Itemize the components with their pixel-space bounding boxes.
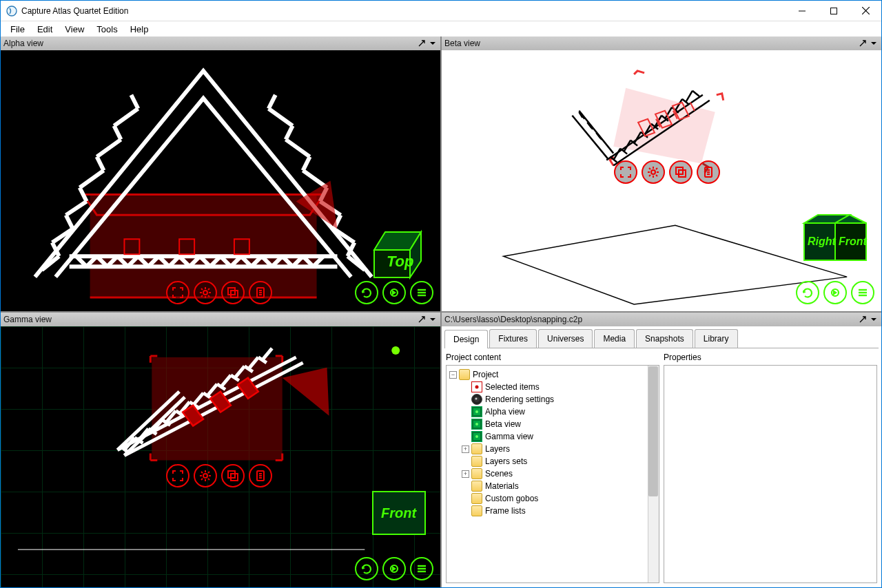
clipboard-button[interactable]	[249, 464, 272, 487]
tree-expander[interactable]: +	[462, 445, 469, 453]
tree-node-alpha-view[interactable]: Alpha view	[448, 406, 657, 418]
svg-point-52	[475, 398, 478, 400]
tree-label: Layers sets	[485, 456, 527, 466]
menu-view[interactable]: View	[59, 23, 90, 36]
window-controls	[786, 1, 881, 21]
settings-button[interactable]	[642, 160, 665, 184]
pane-beta: Beta view	[442, 36, 881, 311]
pane-maximize-icon[interactable]	[858, 39, 868, 48]
beta-green-tools	[796, 281, 874, 304]
pane-maximize-icon[interactable]	[417, 315, 427, 324]
project-content-column: Project content −ProjectSelected itemsRe…	[446, 353, 659, 583]
pane-collapse-icon[interactable]	[428, 39, 438, 48]
tree-node-frame-lists[interactable]: Frame lists	[448, 505, 657, 517]
pane-title-beta: Beta view	[444, 39, 857, 48]
tree-node-project[interactable]: −Project	[448, 368, 657, 381]
tree-node-layers-sets[interactable]: Layers sets	[448, 455, 657, 468]
pane-title-project: C:\Users\lasso\Desktop\snapping.c2p	[444, 315, 857, 324]
menu-help[interactable]: Help	[125, 23, 154, 36]
tab-media[interactable]: Media	[594, 329, 635, 348]
focus-button[interactable]	[614, 160, 637, 184]
view-cube-gamma[interactable]: Front	[371, 490, 427, 536]
app-window: Capture Atlas Quartet Edition File Edit …	[0, 0, 882, 588]
layers-button[interactable]	[669, 160, 693, 184]
view-cube-alpha[interactable]: Top	[366, 222, 429, 283]
rotate-button[interactable]	[355, 281, 378, 304]
svg-point-56	[475, 423, 478, 426]
pane-header-project: C:\Users\lasso\Desktop\snapping.c2p	[442, 313, 881, 326]
tab-fixtures[interactable]: Fixtures	[489, 329, 537, 348]
tree-label: Beta view	[485, 419, 521, 429]
menu-tools[interactable]: Tools	[91, 23, 123, 36]
tree-node-scenes[interactable]: +Scenes	[448, 468, 657, 480]
pane-collapse-icon[interactable]	[869, 315, 879, 324]
tab-design[interactable]: Design	[444, 330, 488, 348]
maximize-button[interactable]	[818, 1, 850, 21]
svg-text:Front: Front	[839, 235, 868, 247]
tree-label: Project	[473, 370, 498, 379]
tree-node-rendering-settings[interactable]: Rendering settings	[448, 393, 657, 406]
svg-point-10	[203, 291, 207, 295]
clipboard-button[interactable]	[697, 160, 720, 184]
view-icon	[471, 419, 482, 430]
tree-expander[interactable]: +	[462, 470, 469, 478]
viewport-gamma[interactable]: Front	[1, 326, 440, 587]
menu-edit[interactable]: Edit	[32, 23, 58, 36]
tree-node-custom-gobos[interactable]: Custom gobos	[448, 492, 657, 505]
settings-button[interactable]	[194, 281, 217, 304]
focus-button[interactable]	[166, 281, 189, 304]
pane-collapse-icon[interactable]	[869, 39, 879, 48]
tree-node-materials[interactable]: Materials	[448, 480, 657, 492]
settings-button[interactable]	[194, 464, 217, 487]
rotate-button[interactable]	[355, 557, 378, 580]
tree-label: Gamma view	[485, 432, 533, 441]
layers-button[interactable]	[221, 464, 245, 487]
titlebar: Capture Atlas Quartet Edition	[1, 1, 881, 21]
tab-snapshots[interactable]: Snapshots	[636, 329, 693, 348]
window-title: Capture Atlas Quartet Edition	[21, 6, 786, 16]
close-button[interactable]	[850, 1, 881, 21]
tree-node-selected-items[interactable]: Selected items	[448, 381, 657, 393]
tree-node-gamma-view[interactable]: Gamma view	[448, 430, 657, 443]
pane-header-beta: Beta view	[442, 36, 881, 50]
layers-button[interactable]	[221, 281, 245, 304]
menu-file[interactable]: File	[5, 23, 30, 36]
alpha-red-tools	[166, 281, 272, 304]
selection-icon	[471, 381, 482, 392]
tab-universes[interactable]: Universes	[538, 329, 593, 348]
tree-scrollbar[interactable]	[648, 366, 659, 582]
svg-text:Top: Top	[387, 253, 414, 270]
svg-text:Front: Front	[381, 505, 417, 521]
scrollbar-thumb[interactable]	[648, 366, 658, 496]
svg-point-37	[203, 474, 207, 478]
focus-button[interactable]	[166, 464, 189, 487]
pane-alpha: Alpha view	[1, 36, 440, 311]
pane-collapse-icon[interactable]	[428, 315, 438, 324]
viewport-alpha[interactable]: Top	[1, 50, 440, 311]
tree-label: Alpha view	[485, 407, 525, 417]
viewport-beta[interactable]: RightFront	[442, 50, 881, 311]
minimize-button[interactable]	[786, 1, 818, 21]
project-tree[interactable]: −ProjectSelected itemsRendering settings…	[446, 365, 659, 583]
tree-node-beta-view[interactable]: Beta view	[448, 418, 657, 430]
workspace: Alpha view	[1, 36, 881, 587]
menu-button[interactable]	[410, 557, 433, 580]
navigate-button[interactable]	[382, 557, 406, 580]
rotate-button[interactable]	[796, 281, 819, 304]
clipboard-button[interactable]	[249, 281, 272, 304]
tree-label: Custom gobos	[485, 494, 538, 503]
tree-label: Layers	[485, 444, 510, 454]
navigate-button[interactable]	[823, 281, 847, 304]
pane-project: C:\Users\lasso\Desktop\snapping.c2p Desi…	[442, 313, 881, 587]
pane-maximize-icon[interactable]	[417, 39, 427, 48]
tree-expander[interactable]: −	[449, 371, 457, 379]
tab-library[interactable]: Library	[695, 329, 738, 348]
menu-button[interactable]	[851, 281, 874, 304]
properties-column: Properties	[664, 353, 877, 583]
tree-node-layers[interactable]: +Layers	[448, 443, 657, 455]
pane-maximize-icon[interactable]	[858, 315, 868, 324]
view-cube-beta[interactable]: RightFront	[797, 212, 873, 269]
menu-button[interactable]	[410, 281, 433, 304]
navigate-button[interactable]	[382, 281, 406, 304]
tree-label: Frame lists	[485, 506, 526, 516]
